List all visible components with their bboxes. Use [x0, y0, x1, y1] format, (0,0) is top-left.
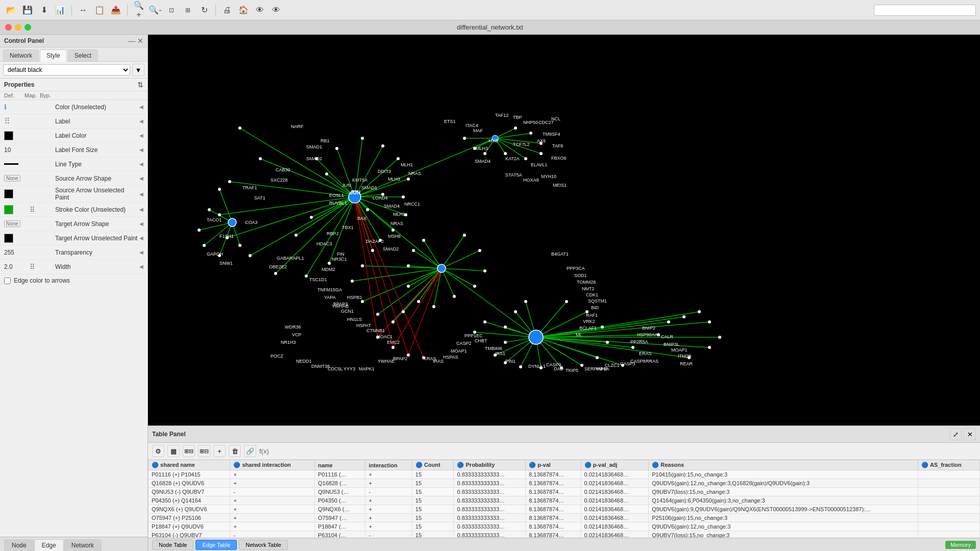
cell-pval: 8.13687874…: [526, 531, 581, 538]
tab-network[interactable]: Network: [3, 49, 39, 61]
table-row[interactable]: Q9NU53 (-) Q9UBV7 - Q9NU53 (… - 15 0.833…: [149, 488, 980, 496]
col-map-label: Map.: [24, 92, 40, 98]
prop-line-type[interactable]: Line Type ◀: [0, 157, 148, 171]
table-new-col-button[interactable]: ⊞⊟: [183, 445, 195, 457]
col-count[interactable]: 🔵 Count: [412, 460, 454, 470]
table-row[interactable]: P18847 (+) Q9UDV6 + P18847 (… + 15 0.833…: [149, 522, 980, 531]
table-row[interactable]: Q16828 (+) Q9UDV6 + Q16828 (… + 15 0.833…: [149, 479, 980, 488]
table-trash-button[interactable]: 🗑: [229, 445, 241, 457]
col-interaction[interactable]: interaction: [365, 460, 412, 470]
cell-count: 15: [412, 488, 454, 496]
table-close-button[interactable]: ✕: [964, 428, 976, 440]
refresh-button[interactable]: ↻: [197, 3, 211, 17]
col-name[interactable]: name: [314, 460, 365, 470]
table-row[interactable]: P04350 (+) Q14164 + P04350 (… + 15 0.833…: [149, 496, 980, 505]
data-table[interactable]: 🔵 shared name 🔵 shared interaction name …: [148, 460, 980, 538]
table-row[interactable]: Q9NQX6 (+) Q9UDV6 + Q9NQX6 (… + 15 0.833…: [149, 505, 980, 514]
prop-label[interactable]: ⠿ Label ◀: [0, 114, 148, 129]
cell-interaction: +: [365, 522, 412, 531]
prop-font-size[interactable]: 10 Label Font Size ◀: [0, 143, 148, 157]
cp-close-button[interactable]: ✕: [137, 37, 143, 45]
cell-si: -: [230, 531, 315, 538]
col-probability[interactable]: 🔵 Probability: [454, 460, 526, 470]
minimize-button[interactable]: [15, 24, 21, 31]
svg-point-136: [361, 264, 364, 267]
maximize-button[interactable]: [24, 24, 31, 31]
table-row[interactable]: P63104 (-) Q9UBV7 - P63104 (… - 15 0.833…: [149, 531, 980, 538]
edge-color-checkbox[interactable]: [4, 278, 11, 284]
prop-source-arrow[interactable]: None Source Arrow Shape ◀: [0, 171, 148, 186]
col-pval[interactable]: 🔵 p-val: [526, 460, 581, 470]
cell-interaction: +: [365, 479, 412, 488]
table-row[interactable]: O75947 (+) P25106 + O75947 (… + 15 0.833…: [149, 514, 980, 522]
prop-label-color[interactable]: Label Color ◀: [0, 129, 148, 143]
tab-network[interactable]: Network: [64, 539, 102, 551]
svg-point-152: [631, 346, 634, 349]
share-button[interactable]: ↔: [76, 3, 90, 17]
memory-button[interactable]: Memory: [945, 541, 976, 549]
prop-width[interactable]: 2.0 ⠿ Width ◀: [0, 260, 148, 274]
table-delete-col-button[interactable]: ⊞⊟: [198, 445, 210, 457]
zoom-in-button[interactable]: 🔍+: [132, 3, 146, 17]
cell-pval: 8.13687874…: [526, 496, 581, 505]
sep2: [127, 5, 128, 16]
table-button[interactable]: 📊: [53, 3, 67, 17]
tab-select[interactable]: Select: [68, 49, 98, 61]
network-canvas[interactable]: TAF12 NHP50 ITAC4 ETS1 TBP CDC27 NCL TCF…: [148, 35, 980, 425]
prop-color-unselected[interactable]: ℹ Color (Unselected) ◀: [0, 100, 148, 114]
table-settings-button[interactable]: ⚙: [152, 445, 164, 457]
table-columns-button[interactable]: ▦: [167, 445, 180, 457]
col-reasons[interactable]: 🔵 Reasons: [649, 460, 918, 470]
svg-text:MYH10: MYH10: [541, 174, 556, 179]
cp-minimize-button[interactable]: —: [128, 37, 135, 45]
table-link-button[interactable]: 🔗: [244, 445, 256, 457]
search-input[interactable]: [874, 5, 976, 16]
open-button[interactable]: 📂: [4, 3, 18, 17]
node-table-tab[interactable]: Node Table: [152, 540, 193, 550]
svg-text:IRS1: IRS1: [495, 351, 505, 356]
zoom-out-button[interactable]: 🔍-: [148, 3, 162, 17]
import-button[interactable]: ⬇: [37, 3, 51, 17]
svg-text:DYNLL1: DYNLL1: [528, 364, 546, 369]
network-table-tab[interactable]: Network Table: [239, 540, 288, 550]
cell-reasons: P10415(gain):15,no_change:3: [649, 470, 918, 479]
prop-def-line-type: [4, 163, 24, 165]
eye1-button[interactable]: 👁: [253, 3, 267, 17]
save-button[interactable]: 💾: [20, 3, 35, 17]
svg-text:CASP2: CASP2: [456, 341, 472, 346]
table-expand-button[interactable]: ⤢: [949, 428, 962, 440]
cell-interaction: +: [365, 514, 412, 522]
prop-source-arrow-paint[interactable]: Source Arrow Unselected Paint ◀: [0, 186, 148, 203]
tab-style[interactable]: Style: [40, 49, 67, 62]
svg-point-149: [504, 325, 507, 329]
col-shared-name[interactable]: 🔵 shared name: [149, 460, 230, 470]
prop-target-arrow[interactable]: None Target Arrow Shape ◀: [0, 217, 148, 231]
export-button[interactable]: 📤: [109, 3, 123, 17]
style-options-button[interactable]: ▼: [132, 64, 144, 76]
table-add-button[interactable]: +: [213, 445, 226, 457]
network-svg: TAF12 NHP50 ITAC4 ETS1 TBP CDC27 NCL TCF…: [148, 35, 980, 425]
zoom-fit-button[interactable]: ⊡: [164, 3, 179, 17]
collapse-icon[interactable]: ⇅: [137, 81, 143, 89]
table-row[interactable]: P01116 (+) P10415 + P01116 (… + 15 0.833…: [149, 470, 980, 479]
print-button[interactable]: 🖨: [220, 3, 234, 17]
col-as-fraction[interactable]: 🔵 AS_fraction: [918, 460, 980, 470]
prop-target-arrow-paint[interactable]: Target Arrow Unselected Paint ◀: [0, 231, 148, 245]
eye2-button[interactable]: 👁: [269, 3, 283, 17]
col-pval-adj[interactable]: 🔵 p-val_adj: [581, 460, 649, 470]
edge-table-tab[interactable]: Edge Table: [195, 540, 237, 550]
home-button[interactable]: 🏠: [236, 3, 251, 17]
prop-transparency[interactable]: 255 Transparency ◀: [0, 245, 148, 260]
tab-node[interactable]: Node: [4, 539, 34, 551]
prop-stroke-color[interactable]: ⠿ Stroke Color (Unselected) ◀: [0, 203, 148, 217]
style-select[interactable]: default black: [3, 64, 130, 76]
cp-title: Control Panel: [4, 37, 44, 44]
zoom-100-button[interactable]: ⊞: [181, 3, 195, 17]
svg-point-180: [391, 346, 395, 349]
col-shared-interaction[interactable]: 🔵 shared interaction: [230, 460, 315, 470]
tab-edge[interactable]: Edge: [34, 539, 64, 551]
close-button[interactable]: [5, 24, 12, 31]
cell-name: Q9NU53 (…: [314, 488, 365, 496]
width-map-icon: ⠿: [30, 263, 35, 271]
clipboard-button[interactable]: 📋: [92, 3, 107, 17]
